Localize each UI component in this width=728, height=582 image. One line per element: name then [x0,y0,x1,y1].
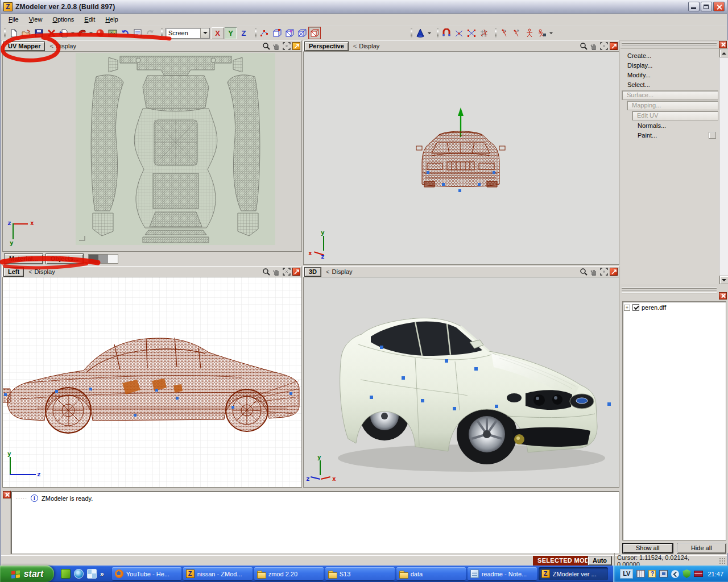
visibility-checkbox[interactable] [632,304,639,311]
perspective-tab[interactable]: Perspective [304,41,349,51]
left-canvas[interactable]: y z [2,277,302,488]
toolbar-grip[interactable] [495,28,497,38]
axis-z-button[interactable]: Z [238,27,250,39]
show-all-button[interactable]: Show all [622,543,673,554]
maximize-viewport-icon[interactable] [610,42,618,50]
panel-grip[interactable] [622,288,717,289]
pan-hand-icon[interactable] [589,267,598,276]
command-display[interactable]: Display... [622,61,718,70]
restore-button[interactable] [701,2,712,11]
menu-help[interactable]: Help [100,15,123,24]
close-log-button[interactable] [3,491,11,498]
axis-y-button[interactable]: Y [225,27,237,39]
screen-combobox[interactable]: Screen [166,28,210,39]
start-button[interactable]: start [0,566,54,582]
view-back-arrow[interactable]: < [322,268,332,275]
animation-button[interactable] [536,27,548,39]
combobox-arrow-icon[interactable] [200,28,209,38]
menu-options[interactable]: Options [47,15,79,24]
keyboard-icon[interactable] [636,570,645,577]
pan-hand-icon[interactable] [272,41,281,51]
maximize-viewport-icon[interactable] [610,268,618,276]
close-button[interactable] [713,2,725,11]
view-mode-label[interactable]: Display [56,43,76,49]
object-name[interactable]: peren.dff [642,304,666,311]
command-surface[interactable]: Surface... [622,90,718,100]
menu-edit[interactable]: Edit [79,15,100,24]
primitive-cone-button[interactable] [414,27,427,39]
skeleton-button[interactable] [523,27,536,39]
view-back-arrow[interactable]: < [46,43,55,49]
view-back-arrow[interactable]: < [350,43,359,49]
save-button[interactable] [32,27,45,39]
minimize-button[interactable] [688,2,700,11]
swatch-dark[interactable] [89,255,98,263]
view-back-arrow[interactable]: < [25,268,34,275]
select-edges-button[interactable] [271,27,283,39]
language-indicator[interactable]: LV [620,569,633,579]
bones-move-button[interactable] [511,27,523,39]
task-s13-folder[interactable]: S13 [325,567,395,580]
objects-button[interactable]: Objects... [46,253,84,264]
select-vertices-button[interactable] [258,27,271,39]
zoom-extents-icon[interactable] [599,41,609,51]
paint-color-box[interactable] [709,132,716,139]
toolbar-grip[interactable] [161,28,163,38]
task-readme-notepad[interactable]: readme - Note... [468,567,537,580]
pan-hand-icon[interactable] [589,41,598,51]
swatch-light[interactable] [108,255,118,263]
select-objects-button[interactable] [308,27,321,39]
expand-icon[interactable]: + [624,305,630,311]
zoom-extents-icon[interactable] [282,267,291,276]
network-icon[interactable] [659,570,668,577]
command-paint[interactable]: Paint... [632,131,718,140]
panel-grip[interactable] [622,43,717,44]
panel-grip[interactable] [622,290,717,291]
open-file-button[interactable] [20,27,32,39]
commands-panel-header[interactable] [621,40,728,49]
swatch-mid[interactable] [98,255,108,263]
objects-panel-header[interactable] [621,286,728,301]
3d-canvas[interactable]: y z x [303,277,619,488]
zoom-extents-icon[interactable] [599,267,609,276]
command-modify[interactable]: Modify... [622,70,718,80]
uv-mapper-canvas[interactable]: z x y [2,52,302,252]
command-normals[interactable]: Normals... [632,121,718,131]
command-select[interactable]: Select... [622,80,718,90]
task-nissan-zmod[interactable]: Znissan - ZMod... [183,567,253,580]
auto-button[interactable]: Auto [588,556,612,566]
collapse-tray-chevron-icon[interactable] [671,570,679,578]
bones-scale-button[interactable] [498,27,511,39]
delete-button[interactable] [45,27,57,39]
panel-grip[interactable] [622,292,717,293]
primitive-dropdown[interactable] [427,27,432,39]
select-polygons-button[interactable] [296,27,308,39]
maximize-viewport-icon[interactable] [292,268,300,276]
snap-grid-button[interactable] [478,27,490,39]
task-zmod-folder[interactable]: zmod 2.20 [254,567,324,580]
import-dropdown[interactable] [70,27,76,39]
zoom-icon[interactable] [579,267,588,276]
command-mapping[interactable]: Mapping... [627,101,718,110]
select-faces-button[interactable] [283,27,296,39]
quick-launch-app-icon[interactable] [87,569,97,579]
render-button[interactable] [94,27,106,39]
weld-vertices-button[interactable] [453,27,465,39]
task-data-folder[interactable]: data [396,567,466,580]
material-button[interactable]: Material... [4,253,43,264]
task-zmodeler-active[interactable]: ZZModeler ver ... [539,567,608,580]
scroll-up-icon[interactable] [719,49,728,57]
close-panel-button[interactable] [719,41,727,48]
left-tab[interactable]: Left [3,267,24,277]
new-file-button[interactable] [7,27,20,39]
hide-all-button[interactable]: Hide all [677,543,727,554]
view-mode-label[interactable]: Display [35,268,55,275]
scroll-down-icon[interactable] [719,276,728,284]
export-dropdown[interactable] [88,27,94,39]
view-mode-label[interactable]: Display [359,43,379,49]
menu-view[interactable]: View [24,15,48,24]
quick-launch-overflow-chevron[interactable]: » [100,570,104,578]
view-mode-label[interactable]: Display [332,268,353,275]
toolbar-grip[interactable] [437,28,439,38]
zoom-icon[interactable] [262,41,271,51]
